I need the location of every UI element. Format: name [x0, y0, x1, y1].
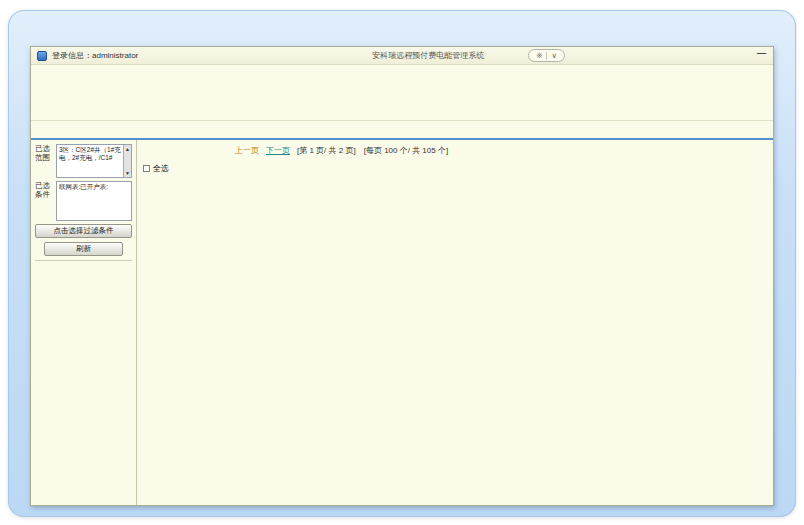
select-all[interactable]: 全选 [143, 163, 169, 174]
action-toolbar: 全选 [143, 160, 767, 177]
title-bar: 登录信息：administrator 安科瑞远程预付费电能管理系统 ※ ∨ — [31, 47, 773, 65]
desktop-frame: 登录信息：administrator 安科瑞远程预付费电能管理系统 ※ ∨ — … [8, 10, 796, 517]
selected-condition-label: 已选条件 [35, 181, 53, 221]
selected-range-label: 已选范围 [35, 144, 53, 178]
chevron-down-icon[interactable]: ∨ [551, 51, 557, 60]
refresh-button[interactable]: 刷新 [44, 242, 124, 256]
app-icon [37, 51, 47, 61]
select-all-checkbox[interactable] [143, 165, 150, 172]
menu-bar [31, 65, 773, 85]
scroll-up-icon[interactable]: ▲ [125, 146, 130, 153]
select-filter-button[interactable]: 点击选择过滤条件 [35, 224, 132, 238]
selected-range-box[interactable]: 3区：C区2#井（1#充电，2#充电，/C1# ▲ ▼ [56, 144, 132, 178]
prev-page-link[interactable]: 上一页 [235, 145, 259, 156]
ribbon [31, 85, 773, 121]
sidebar: 已选范围 3区：C区2#井（1#充电，2#充电，/C1# ▲ ▼ 已选条件 联网… [31, 140, 137, 505]
window-style-control[interactable]: ※ ∨ [528, 49, 565, 62]
pill-divider [546, 52, 547, 60]
selected-condition-box[interactable]: 联网表:已开户表: [56, 181, 132, 221]
document-tab-strip [31, 121, 773, 140]
select-all-label: 全选 [153, 163, 169, 174]
style-icon[interactable]: ※ [536, 51, 542, 60]
building-tree [35, 260, 132, 266]
range-box-scrollbar[interactable]: ▲ ▼ [123, 145, 131, 177]
main-panel: 上一页 下一页 [第 1 页/ 共 2 页] [每页 100 个/ 共 105 … [137, 140, 773, 505]
content-area: 已选范围 3区：C区2#井（1#充电，2#充电，/C1# ▲ ▼ 已选条件 联网… [31, 140, 773, 505]
pagination: 上一页 下一页 [第 1 页/ 共 2 页] [每页 100 个/ 共 105 … [235, 145, 767, 156]
app-title: 安科瑞远程预付费电能管理系统 [372, 50, 484, 61]
next-page-link[interactable]: 下一页 [266, 145, 290, 156]
login-info: 登录信息：administrator [52, 50, 138, 61]
scroll-down-icon[interactable]: ▼ [125, 170, 130, 177]
minimize-button[interactable]: — [757, 48, 766, 58]
app-window: 登录信息：administrator 安科瑞远程预付费电能管理系统 ※ ∨ — … [30, 46, 774, 506]
page-info: [第 1 页/ 共 2 页] [每页 100 个/ 共 105 个] [297, 145, 448, 156]
